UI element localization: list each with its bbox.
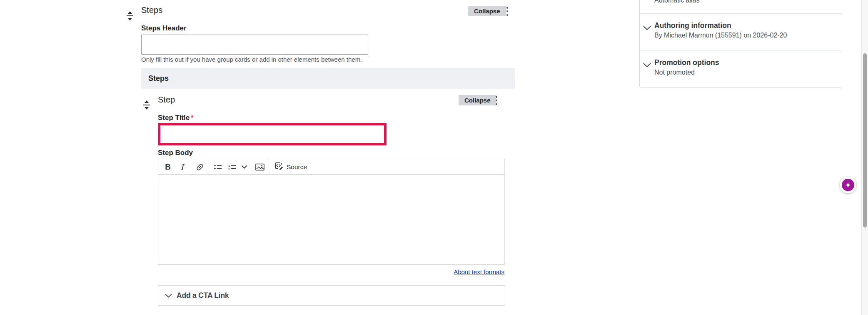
source-button-label: Source (287, 163, 307, 171)
step-title-input[interactable] (160, 125, 384, 143)
url-alias-summary-text: Automatic alias (654, 0, 700, 4)
accessibility-widget-button[interactable]: ✦ (840, 177, 856, 193)
editor-toolbar: B I 1 2 (158, 159, 504, 175)
chevron-down-icon (165, 294, 172, 298)
accessibility-widget-icon: ✦ (842, 179, 854, 191)
promotion-options-title[interactable]: Promotion options (654, 58, 719, 67)
svg-text:2: 2 (228, 167, 230, 171)
steps-header-label: Steps Header (141, 24, 187, 32)
steps-header-input[interactable] (141, 35, 368, 55)
steps-banner-title: Steps (148, 74, 169, 83)
toolbar-divider (209, 159, 209, 175)
required-asterisk: * (191, 114, 193, 121)
step-collapse-button[interactable]: Collapse (459, 95, 496, 105)
link-icon[interactable] (193, 161, 207, 173)
drag-handle-icon[interactable] (126, 11, 134, 21)
bold-icon[interactable]: B (161, 161, 175, 173)
step-overflow-menu-icon[interactable] (494, 95, 499, 105)
toolbar-divider (251, 159, 251, 175)
steps-overflow-menu-icon[interactable] (504, 6, 510, 16)
toolbar-divider (269, 159, 269, 175)
drag-handle-icon[interactable] (143, 100, 150, 110)
scrollbar-thumb[interactable] (863, 53, 867, 228)
step-body-label: Step Body (158, 149, 193, 157)
step-body-textarea[interactable] (158, 175, 504, 265)
chevron-down-icon[interactable] (643, 26, 650, 30)
steps-section-title: Steps (141, 5, 162, 15)
authoring-information-title[interactable]: Authoring information (654, 21, 731, 30)
chevron-down-icon[interactable] (239, 161, 249, 173)
authoring-information-summary: By Michael Marmon (155591) on 2026-02-20 (654, 32, 787, 39)
step-section-title: Step (158, 95, 175, 105)
add-cta-link-label: Add a CTA Link (177, 291, 229, 300)
step-title-label: Step Title (158, 114, 190, 122)
italic-icon[interactable]: I (175, 161, 189, 173)
toolbar-divider (191, 159, 191, 175)
source-icon (274, 161, 284, 172)
source-button[interactable]: Source (271, 161, 310, 172)
numbered-list-icon[interactable]: 1 2 (225, 161, 239, 173)
step-title-error-outline (158, 123, 387, 145)
sidebar-divider (640, 50, 842, 50)
sidebar-divider (640, 13, 842, 14)
image-icon[interactable] (253, 161, 267, 173)
chevron-down-icon[interactable] (643, 63, 650, 67)
step-body-editor: B I 1 2 (158, 159, 504, 265)
steps-group-banner: Steps (141, 68, 515, 89)
about-text-formats-link[interactable]: About text formats (454, 268, 504, 275)
bulleted-list-icon[interactable] (211, 161, 225, 173)
add-cta-link-summary[interactable]: Add a CTA Link (158, 285, 505, 306)
promotion-options-summary: Not promoted (654, 69, 695, 76)
steps-header-help-text: Only fill this out if you have group car… (141, 56, 362, 63)
steps-collapse-button[interactable]: Collapse (468, 6, 506, 16)
